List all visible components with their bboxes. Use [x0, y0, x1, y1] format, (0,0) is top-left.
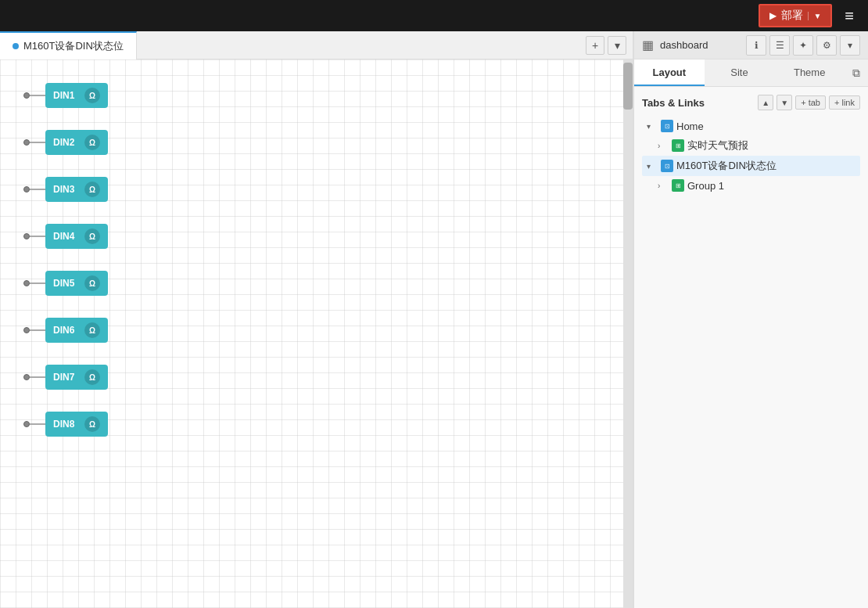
- add-tab-section-button[interactable]: + tab: [795, 95, 826, 110]
- node-label: DIN5: [53, 278, 78, 289]
- deploy-button[interactable]: ▶ 部署 ▼: [759, 4, 832, 27]
- right-panel: ▦ dashboard ℹ ☰ ✦ ⚙ ▾ Layout Site Theme …: [633, 31, 868, 608]
- dashboard-title: dashboard: [660, 39, 740, 51]
- bookmark-button[interactable]: ✦: [793, 35, 813, 56]
- section-title: Tabs & Links: [642, 97, 705, 109]
- canvas-scrollbar-thumb: [623, 63, 633, 110]
- deploy-dropdown-arrow[interactable]: ▼: [808, 12, 821, 20]
- tree-label: 实时天气预报: [687, 139, 855, 153]
- node-line: [30, 282, 45, 284]
- canvas-scrollbar[interactable]: [623, 59, 633, 608]
- tree-node-icon-grid: ⊞: [672, 179, 684, 192]
- node-omega-icon: Ω: [84, 369, 100, 385]
- din-node-din3[interactable]: DIN3 Ω: [23, 177, 108, 202]
- tree-item-parent-1[interactable]: ▾ ⊡ M160T设备DIN状态位: [642, 156, 860, 176]
- canvas-tab-label: M160T设备DIN状态位: [23, 39, 124, 53]
- node-line: [30, 142, 45, 143]
- node-dot: [23, 233, 30, 239]
- tabs-links-section-header: Tabs & Links ▲ ▼ + tab + link: [642, 95, 860, 110]
- tab-theme[interactable]: Theme: [774, 59, 845, 86]
- node-line: [30, 189, 45, 190]
- dashboard-actions: ℹ ☰ ✦ ⚙ ▾: [746, 35, 860, 56]
- tab-layout[interactable]: Layout: [634, 59, 705, 86]
- deploy-label: 部署: [781, 9, 803, 23]
- node-dot: [23, 92, 30, 99]
- settings-button[interactable]: ⚙: [816, 35, 837, 56]
- node-label: DIN2: [53, 137, 78, 148]
- tree-item-parent-0[interactable]: ▾ ⊡ Home: [642, 117, 860, 135]
- node-line: [30, 423, 45, 425]
- node-dot: [23, 327, 30, 333]
- node-label: DIN8: [53, 419, 78, 430]
- move-up-button[interactable]: ▲: [758, 95, 773, 110]
- node-line: [30, 329, 45, 331]
- din-node-din5[interactable]: DIN5 Ω: [23, 271, 108, 296]
- din-node-din7[interactable]: DIN7 Ω: [23, 365, 108, 390]
- hamburger-button[interactable]: ≡: [838, 4, 860, 28]
- node-connector: [23, 280, 45, 286]
- node-body-din3[interactable]: DIN3 Ω: [45, 177, 108, 202]
- node-body-din6[interactable]: DIN6 Ω: [45, 318, 108, 343]
- node-label: DIN4: [53, 231, 78, 242]
- node-omega-icon: Ω: [84, 322, 100, 338]
- node-connector: [23, 186, 45, 192]
- add-link-button[interactable]: + link: [829, 95, 860, 110]
- panel-dropdown-button[interactable]: ▾: [840, 35, 860, 56]
- canvas-area: M160T设备DIN状态位 + ▾ DIN1 Ω DIN2: [0, 31, 633, 608]
- node-omega-icon: Ω: [84, 416, 100, 432]
- node-connector: [23, 327, 45, 333]
- section-actions: ▲ ▼ + tab + link: [758, 95, 860, 110]
- add-tab-button[interactable]: +: [586, 36, 604, 55]
- tree-item-child-1-0[interactable]: › ⊞ Group 1: [642, 176, 860, 195]
- node-dot: [23, 139, 30, 146]
- node-label: DIN1: [53, 90, 78, 101]
- tree-chevron: ›: [658, 142, 669, 150]
- nodes-container: DIN1 Ω DIN2 Ω DIN3 Ω DIN4 Ω: [0, 59, 131, 460]
- node-body-din7[interactable]: DIN7 Ω: [45, 365, 108, 390]
- tree-chevron: ▾: [647, 162, 658, 171]
- node-body-din2[interactable]: DIN2 Ω: [45, 130, 108, 155]
- node-connector: [23, 374, 45, 380]
- tab-indicator: [13, 43, 19, 49]
- tree-container: ▾ ⊡ Home › ⊞ 实时天气预报 ▾ ⊡ M160T设备DIN状态位 › …: [642, 117, 860, 195]
- tree-node-icon-page: ⊡: [661, 120, 673, 132]
- node-dot: [23, 280, 30, 286]
- tab-site[interactable]: Site: [705, 59, 775, 86]
- tab-dropdown-button[interactable]: ▾: [608, 36, 626, 55]
- move-down-button[interactable]: ▼: [777, 95, 792, 110]
- node-line: [30, 95, 45, 96]
- doc-button[interactable]: ☰: [769, 35, 790, 56]
- din-node-din8[interactable]: DIN8 Ω: [23, 412, 108, 437]
- node-label: DIN7: [53, 372, 78, 383]
- din-node-din1[interactable]: DIN1 Ω: [23, 83, 108, 108]
- panel-tabs: Layout Site Theme ⧉: [634, 59, 868, 87]
- node-dot: [23, 374, 30, 380]
- din-node-din4[interactable]: DIN4 Ω: [23, 224, 108, 249]
- tree-item-child-0-0[interactable]: › ⊞ 实时天气预报: [642, 135, 860, 156]
- node-omega-icon: Ω: [84, 182, 100, 197]
- din-node-din2[interactable]: DIN2 Ω: [23, 130, 108, 155]
- dashboard-header: ▦ dashboard ℹ ☰ ✦ ⚙ ▾: [634, 31, 868, 59]
- node-body-din5[interactable]: DIN5 Ω: [45, 271, 108, 296]
- node-line: [30, 376, 45, 378]
- tree-chevron: ›: [658, 182, 669, 190]
- dashboard-icon: ▦: [642, 38, 654, 52]
- node-dot: [23, 186, 30, 192]
- info-button[interactable]: ℹ: [746, 35, 766, 56]
- canvas-tab[interactable]: M160T设备DIN状态位: [0, 31, 137, 59]
- external-link-button[interactable]: ⧉: [845, 59, 868, 86]
- deploy-icon: ▶: [769, 10, 777, 21]
- tree-node-icon-grid: ⊞: [672, 139, 684, 152]
- node-connector: [23, 139, 45, 146]
- node-body-din1[interactable]: DIN1 Ω: [45, 83, 108, 108]
- node-label: DIN6: [53, 325, 78, 336]
- node-body-din8[interactable]: DIN8 Ω: [45, 412, 108, 437]
- tree-node-icon-page: ⊡: [661, 160, 673, 172]
- tab-bar: M160T设备DIN状态位 + ▾: [0, 31, 633, 59]
- tree-chevron: ▾: [647, 122, 658, 131]
- node-omega-icon: Ω: [84, 135, 100, 150]
- tree-label: Home: [676, 121, 855, 132]
- main-layout: M160T设备DIN状态位 + ▾ DIN1 Ω DIN2: [0, 31, 868, 608]
- node-body-din4[interactable]: DIN4 Ω: [45, 224, 108, 249]
- din-node-din6[interactable]: DIN6 Ω: [23, 318, 108, 343]
